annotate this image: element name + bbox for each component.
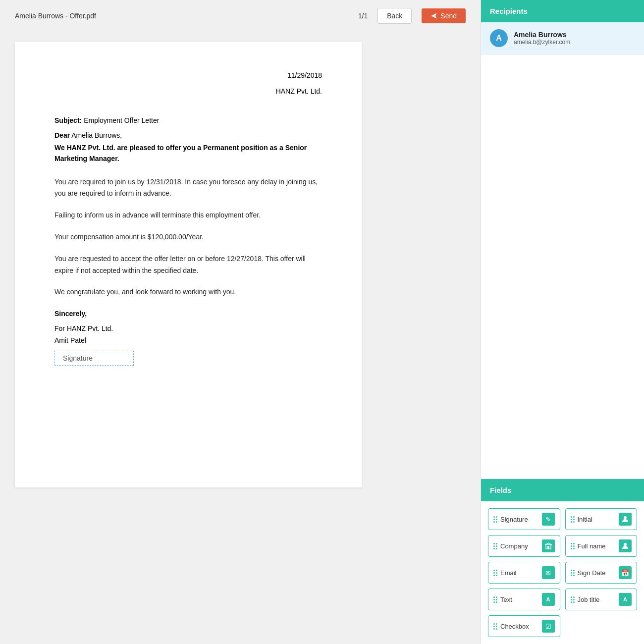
doc-para-2: Failing to inform us in advance will ter… [54, 210, 322, 221]
field-fullname-label: Full name [578, 542, 619, 550]
drag-handle-checkbox [493, 623, 497, 630]
recipient-info: Amelia Burrows amelia.b@zylker.com [514, 31, 570, 46]
field-email[interactable]: Email ✉ [488, 562, 560, 584]
svg-point-3 [624, 543, 627, 546]
field-signature-label: Signature [500, 516, 542, 523]
document-wrapper: 11/29/2018 HANZ Pvt. Ltd. Subject: Emplo… [0, 32, 481, 644]
field-checkbox-label: Checkbox [500, 623, 542, 630]
recipients-header: Recipients [481, 0, 644, 22]
doc-para-3: Your compensation amount is $120,000.00/… [54, 231, 322, 243]
subject-label: Subject: [54, 116, 82, 124]
field-email-label: Email [500, 569, 542, 577]
field-jobtitle-label: Job title [578, 596, 619, 603]
jobtitle-icon: A [619, 593, 632, 606]
company-icon [542, 539, 555, 552]
signdate-icon: 📅 [619, 566, 632, 579]
doc-signer: Amit Patel [54, 335, 322, 347]
fields-section: Fields Signature ✎ Initial [481, 469, 644, 644]
avatar: A [490, 29, 508, 47]
filename-label: Amelia Burrows - Offer.pdf [15, 12, 348, 20]
drag-handle-signdate [571, 570, 575, 576]
doc-intro: We HANZ Pvt. Ltd. are pleased to offer y… [54, 142, 322, 164]
field-text-label: Text [500, 596, 542, 603]
fields-grid: Signature ✎ Initial [481, 501, 644, 644]
send-icon [430, 12, 437, 19]
doc-dear: Dear Amelia Burrows, [54, 130, 322, 141]
svg-point-0 [624, 516, 627, 519]
dear-name: Amelia Burrows, [71, 131, 122, 139]
field-signdate-label: Sign Date [578, 569, 619, 577]
text-icon: A [542, 593, 555, 606]
drag-handle-text [493, 596, 497, 603]
main-area: Amelia Burrows - Offer.pdf 1/1 Back Send… [0, 0, 481, 644]
recipient-email: amelia.b@zylker.com [514, 39, 570, 46]
back-button[interactable]: Back [377, 8, 412, 24]
drag-handle-signature [493, 516, 497, 523]
toolbar: Amelia Burrows - Offer.pdf 1/1 Back Send [0, 0, 481, 32]
email-icon: ✉ [542, 566, 555, 579]
drag-handle-email [493, 570, 497, 576]
drag-handle-jobtitle [571, 596, 575, 603]
fields-header: Fields [481, 479, 644, 501]
field-signature[interactable]: Signature ✎ [488, 508, 560, 530]
field-fullname[interactable]: Full name [565, 535, 638, 557]
field-signdate[interactable]: Sign Date 📅 [565, 562, 638, 584]
drag-handle-fullname [571, 543, 575, 549]
doc-date: 11/29/2018 [54, 71, 322, 79]
subject-text: Employment Offer Letter [84, 116, 159, 124]
field-company[interactable]: Company [488, 535, 560, 557]
doc-para-5: We congratulate you, and look forward to… [54, 286, 322, 298]
doc-subject: Subject: Employment Offer Letter [54, 115, 322, 126]
field-jobtitle[interactable]: Job title A [565, 589, 638, 610]
doc-company: HANZ Pvt. Ltd. [54, 87, 322, 95]
field-company-label: Company [500, 542, 542, 550]
send-button[interactable]: Send [422, 8, 466, 23]
signature-icon: ✎ [542, 513, 555, 526]
sidebar: Recipients A Amelia Burrows amelia.b@zyl… [481, 0, 644, 644]
dear-label: Dear [54, 131, 70, 139]
page-count: 1/1 [358, 12, 368, 20]
signature-field[interactable]: Signature [54, 351, 134, 366]
doc-sincerely: Sincerely, [54, 308, 322, 320]
doc-for-company: For HANZ Pvt. Ltd. [54, 323, 322, 335]
drag-handle-initial [571, 516, 575, 523]
recipient-name: Amelia Burrows [514, 31, 570, 39]
svg-rect-2 [547, 546, 549, 549]
doc-para-4: You are requested to accept the offer le… [54, 253, 322, 277]
doc-para-1: You are required to join us by 12/31/201… [54, 176, 322, 200]
drag-handle-company [493, 543, 497, 549]
field-initial-label: Initial [578, 516, 619, 523]
checkbox-icon: ☑ [542, 620, 555, 633]
field-initial[interactable]: Initial [565, 508, 638, 530]
recipient-item: A Amelia Burrows amelia.b@zylker.com [481, 22, 644, 54]
initial-icon [619, 513, 632, 526]
fullname-icon [619, 539, 632, 552]
field-checkbox[interactable]: Checkbox ☑ [488, 615, 560, 637]
document-paper: 11/29/2018 HANZ Pvt. Ltd. Subject: Emplo… [15, 42, 362, 487]
field-text[interactable]: Text A [488, 589, 560, 610]
